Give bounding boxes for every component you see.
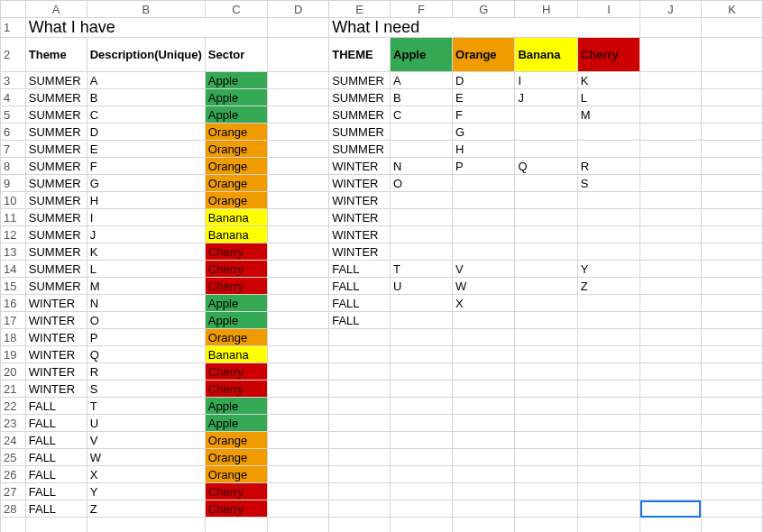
cell-E5[interactable]: SUMMER (329, 106, 391, 124)
row-header-14[interactable]: 14 (1, 261, 26, 278)
cell-J28[interactable] (640, 500, 702, 518)
cell-A29[interactable] (25, 518, 87, 533)
cell-F15[interactable]: U (391, 278, 453, 295)
cell-C20[interactable]: Cherry (205, 363, 267, 381)
cell-I19[interactable] (577, 346, 639, 363)
col-header-H[interactable]: H (515, 1, 577, 18)
cell-I12[interactable] (577, 226, 639, 243)
cell-F24[interactable] (391, 432, 453, 449)
cell-K27[interactable] (701, 483, 762, 500)
cell-G8[interactable]: P (453, 158, 515, 175)
cell-H6[interactable] (515, 124, 577, 141)
cell-K24[interactable] (701, 432, 762, 449)
cell-A4[interactable]: SUMMER (25, 89, 87, 106)
row-header-8[interactable]: 8 (1, 158, 26, 175)
cell-B25[interactable]: W (87, 449, 205, 466)
cell-I8[interactable]: R (577, 158, 639, 175)
cell-D7[interactable] (268, 141, 329, 158)
cell-B21[interactable]: S (87, 381, 205, 398)
cell-D21[interactable] (268, 381, 329, 398)
cell-E23[interactable] (329, 415, 391, 432)
cell-H27[interactable] (515, 483, 577, 500)
cell-K17[interactable] (701, 312, 762, 329)
cell-C12[interactable]: Banana (205, 226, 267, 243)
cell-D9[interactable] (268, 175, 329, 192)
cell-F21[interactable] (391, 381, 453, 398)
cell-F20[interactable] (391, 363, 453, 381)
cell-J15[interactable] (640, 278, 702, 295)
cell-D24[interactable] (268, 432, 329, 449)
cell-D17[interactable] (268, 312, 329, 329)
cell-A8[interactable]: SUMMER (25, 158, 87, 175)
cell-I18[interactable] (577, 329, 639, 346)
cell-K12[interactable] (701, 226, 762, 243)
cell-C23[interactable]: Apple (205, 415, 267, 432)
cell-G24[interactable] (453, 432, 515, 449)
cell-A24[interactable]: FALL (25, 432, 87, 449)
cell-E3[interactable]: SUMMER (329, 72, 391, 89)
cell-E27[interactable] (329, 483, 391, 500)
cell-K9[interactable] (701, 175, 762, 192)
cell-J2[interactable] (640, 38, 702, 72)
cell-I16[interactable] (577, 295, 639, 312)
row-header-18[interactable]: 18 (1, 329, 26, 346)
cell-E19[interactable] (329, 346, 391, 363)
cell-J10[interactable] (640, 192, 702, 209)
cell-H7[interactable] (515, 141, 577, 158)
cell-B14[interactable]: L (87, 261, 205, 278)
cell-G26[interactable] (453, 466, 515, 483)
cell-A12[interactable]: SUMMER (25, 226, 87, 243)
cell-B13[interactable]: K (87, 243, 205, 261)
cell-B22[interactable]: T (87, 398, 205, 415)
col-header-J[interactable]: J (640, 1, 702, 18)
cell-A5[interactable]: SUMMER (25, 106, 87, 124)
cell-J4[interactable] (640, 89, 702, 106)
cell-A6[interactable]: SUMMER (25, 124, 87, 141)
cell-E4[interactable]: SUMMER (329, 89, 391, 106)
corner-cell[interactable] (1, 1, 26, 18)
cell-C8[interactable]: Orange (205, 158, 267, 175)
cell-K25[interactable] (701, 449, 762, 466)
need-hdr-banana[interactable]: Banana (515, 38, 577, 72)
cell-E20[interactable] (329, 363, 391, 381)
cell-J13[interactable] (640, 243, 702, 261)
cell-E22[interactable] (329, 398, 391, 415)
cell-G15[interactable]: W (453, 278, 515, 295)
cell-I15[interactable]: Z (577, 278, 639, 295)
cell-H25[interactable] (515, 449, 577, 466)
cell-I3[interactable]: K (577, 72, 639, 89)
cell-E26[interactable] (329, 466, 391, 483)
cell-C17[interactable]: Apple (205, 312, 267, 329)
cell-H15[interactable] (515, 278, 577, 295)
row-header-28[interactable]: 28 (1, 500, 26, 518)
cell-F10[interactable] (391, 192, 453, 209)
cell-H4[interactable]: J (515, 89, 577, 106)
cell-C13[interactable]: Cherry (205, 243, 267, 261)
cell-B10[interactable]: H (87, 192, 205, 209)
cell-K29[interactable] (701, 518, 762, 533)
cell-G19[interactable] (453, 346, 515, 363)
cell-B24[interactable]: V (87, 432, 205, 449)
cell-D8[interactable] (268, 158, 329, 175)
cell-G28[interactable] (453, 500, 515, 518)
cell-F18[interactable] (391, 329, 453, 346)
cell-D3[interactable] (268, 72, 329, 89)
row-header-7[interactable]: 7 (1, 141, 26, 158)
cell-G22[interactable] (453, 398, 515, 415)
cell-I23[interactable] (577, 415, 639, 432)
row-header-3[interactable]: 3 (1, 72, 26, 89)
cell-I21[interactable] (577, 381, 639, 398)
cell-D15[interactable] (268, 278, 329, 295)
cell-D16[interactable] (268, 295, 329, 312)
cell-E13[interactable]: WINTER (329, 243, 391, 261)
cell-K5[interactable] (701, 106, 762, 124)
row-header-15[interactable]: 15 (1, 278, 26, 295)
cell-D29[interactable] (268, 518, 329, 533)
cell-D11[interactable] (268, 209, 329, 226)
cell-J27[interactable] (640, 483, 702, 500)
cell-G16[interactable]: X (453, 295, 515, 312)
cell-H8[interactable]: Q (515, 158, 577, 175)
cell-A14[interactable]: SUMMER (25, 261, 87, 278)
cell-J18[interactable] (640, 329, 702, 346)
have-hdr-sector[interactable]: Sector (205, 38, 267, 72)
